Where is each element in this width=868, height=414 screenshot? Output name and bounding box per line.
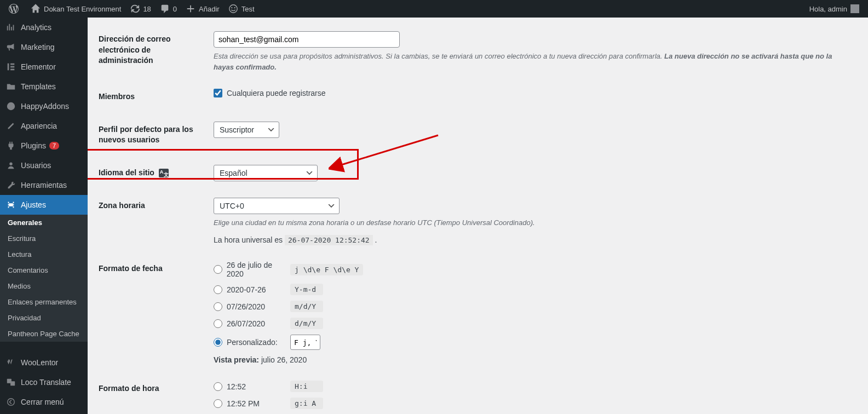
plug-icon	[5, 140, 16, 151]
submenu-writing[interactable]: Escritura	[0, 231, 88, 246]
translate-inline-icon	[159, 169, 169, 177]
submenu-privacy[interactable]: Privacidad	[0, 310, 88, 326]
plugins-badge: 7	[49, 142, 59, 150]
sidebar-item-analytics[interactable]: Analytics	[0, 18, 88, 37]
date-preview: Vista previa: julio 26, 2020	[214, 355, 852, 364]
code-time-1: g:i A	[290, 398, 323, 409]
sidebar-item-happyaddons[interactable]: HappyAddons	[0, 96, 88, 116]
submenu-pantheon[interactable]: Pantheon Page Cache	[0, 326, 88, 342]
radio-date-2[interactable]: 07/26/2020	[214, 302, 290, 311]
submenu-reading[interactable]: Lectura	[0, 246, 88, 262]
megaphone-icon	[5, 42, 16, 53]
svg-point-8	[9, 163, 12, 165]
users-icon	[5, 160, 16, 171]
sidebar-item-plugins[interactable]: Plugins7	[0, 136, 88, 156]
comments-link[interactable]: 0	[156, 0, 181, 18]
updates-link[interactable]: 18	[125, 0, 155, 18]
code-date-2: m/d/Y	[290, 301, 323, 312]
sidebar-item-loco[interactable]: Loco Translate	[0, 372, 88, 392]
svg-point-2	[234, 7, 235, 8]
select-default-role[interactable]: Suscriptor	[214, 122, 279, 138]
wp-logo[interactable]	[4, 0, 26, 18]
timezone-description: Elige una ciudad en tu misma zona horari…	[214, 217, 852, 228]
home-icon	[31, 4, 41, 14]
analytics-icon	[5, 22, 16, 33]
utc-time-line: La hora universal es 26-07-2020 12:52:42…	[214, 235, 852, 244]
label-date-format: Formato de fecha	[99, 252, 208, 372]
translate-icon	[5, 377, 16, 388]
sidebar-collapse[interactable]: Cerrar menú	[0, 392, 88, 412]
admin-email-description: Esta dirección se usa para propósitos ad…	[214, 51, 852, 72]
sidebar-item-woolentor[interactable]: WooLentor	[0, 353, 88, 372]
label-time-format: Formato de hora	[99, 372, 208, 414]
radio-date-3[interactable]: 26/07/2020	[214, 319, 290, 328]
comment-icon	[160, 4, 170, 14]
select-timezone[interactable]: UTC+0	[214, 198, 340, 214]
svg-rect-10	[10, 381, 15, 386]
refresh-icon	[130, 4, 140, 14]
svg-point-1	[231, 7, 232, 8]
add-new-link[interactable]: Añadir	[181, 0, 224, 18]
select-site-language[interactable]: Español	[214, 165, 318, 181]
code-date-1: Y-m-d	[290, 284, 323, 295]
submenu-media[interactable]: Medios	[0, 278, 88, 294]
admin-bar: Dokan Test Environment 18 0 Añadir Test …	[0, 0, 868, 18]
radio-date-1[interactable]: 2020-07-26	[214, 285, 290, 294]
radio-date-custom[interactable]: Personalizado:	[214, 338, 290, 347]
comments-count: 0	[173, 5, 177, 13]
admin-sidebar: Analytics Marketing Elementor Templates …	[0, 18, 88, 414]
sidebar-item-templates[interactable]: Templates	[0, 77, 88, 96]
avatar	[850, 4, 859, 13]
svg-rect-6	[10, 69, 14, 71]
radio-date-0[interactable]: 26 de julio de 2020	[214, 261, 290, 278]
code-date-3: d/m/Y	[290, 318, 323, 329]
settings-submenu: Generales Escritura Lectura Comentarios …	[0, 215, 88, 342]
site-name-link[interactable]: Dokan Test Environment	[26, 0, 125, 18]
radio-time-1[interactable]: 12:52 PM	[214, 399, 290, 408]
radio-time-0[interactable]: 12:52	[214, 382, 290, 391]
submenu-permalinks[interactable]: Enlaces permanentes	[0, 294, 88, 310]
label-default-role: Perfil por defecto para los nuevos usuar…	[99, 113, 208, 157]
label-admin-email: Dirección de correo electrónico de admin…	[99, 23, 208, 81]
svg-point-0	[229, 5, 237, 13]
sliders-icon	[5, 199, 16, 210]
folder-icon	[5, 81, 16, 92]
code-time-0: H:i	[290, 381, 323, 392]
brush-icon	[5, 120, 16, 131]
wrench-icon	[5, 180, 16, 191]
svg-point-11	[8, 399, 15, 406]
site-name-text: Dokan Test Environment	[44, 5, 121, 13]
sidebar-item-elementor[interactable]: Elementor	[0, 57, 88, 77]
collapse-icon	[5, 396, 16, 407]
input-admin-email[interactable]	[214, 31, 400, 48]
elementor-icon	[5, 61, 16, 72]
input-date-custom[interactable]	[290, 335, 320, 350]
label-membership: Miembros	[99, 81, 208, 113]
code-date-0: j \d\e F \d\e Y	[290, 264, 363, 275]
test-text: Test	[242, 5, 255, 13]
submenu-discussion[interactable]: Comentarios	[0, 262, 88, 278]
svg-rect-4	[10, 64, 14, 65]
sidebar-item-appearance[interactable]: Apariencia	[0, 116, 88, 136]
svg-point-7	[7, 102, 15, 110]
sidebar-item-marketing[interactable]: Marketing	[0, 37, 88, 57]
main-content: Dirección de correo electrónico de admin…	[88, 18, 868, 414]
smile-icon	[5, 101, 16, 112]
label-site-language: Idioma del sitio	[99, 157, 208, 189]
sidebar-item-tools[interactable]: Herramientas	[0, 175, 88, 195]
updates-count: 18	[143, 5, 151, 13]
checkbox-anyone-register-input[interactable]	[214, 89, 222, 97]
sidebar-item-settings[interactable]: Ajustes	[0, 195, 88, 215]
plus-icon	[186, 4, 196, 14]
sidebar-item-users[interactable]: Usuarios	[0, 156, 88, 175]
woolentor-icon	[5, 357, 16, 368]
checkbox-anyone-register[interactable]: Cualquiera puede registrarse	[214, 89, 326, 97]
svg-rect-3	[8, 64, 9, 71]
svg-rect-5	[10, 66, 14, 68]
account-link[interactable]: Hola, admin	[805, 0, 864, 18]
label-timezone: Zona horaria	[99, 189, 208, 253]
submenu-general[interactable]: Generales	[0, 215, 88, 231]
test-link[interactable]: Test	[224, 0, 259, 18]
greeting-text: Hola, admin	[809, 5, 847, 13]
face-icon	[228, 4, 238, 14]
